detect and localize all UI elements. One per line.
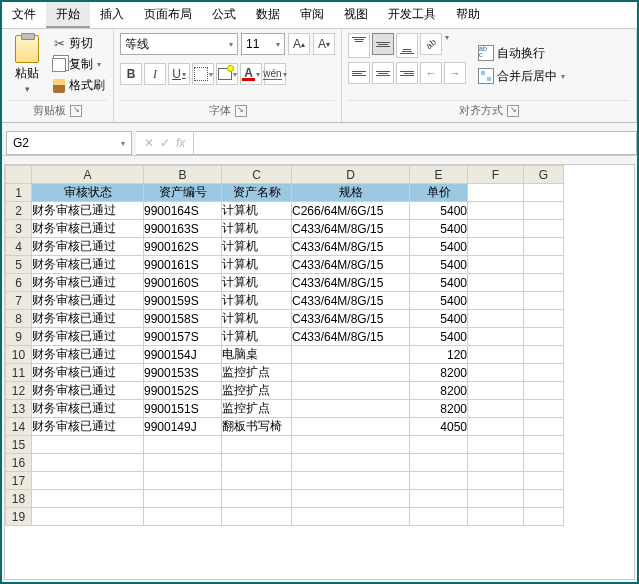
merge-center-button[interactable]: 合并后居中▾ bbox=[476, 67, 567, 86]
cell[interactable] bbox=[222, 508, 292, 526]
cell[interactable] bbox=[292, 436, 410, 454]
copy-button[interactable]: 复制 ▾ bbox=[50, 55, 107, 74]
cell[interactable] bbox=[410, 472, 468, 490]
cell[interactable] bbox=[468, 238, 524, 256]
row-header-4[interactable]: 4 bbox=[6, 238, 32, 256]
cell[interactable] bbox=[410, 436, 468, 454]
col-header-D[interactable]: D bbox=[292, 166, 410, 184]
row-header-9[interactable]: 9 bbox=[6, 328, 32, 346]
cell[interactable]: 5400 bbox=[410, 220, 468, 238]
align-middle-button[interactable] bbox=[372, 33, 394, 55]
cell[interactable] bbox=[222, 454, 292, 472]
tab-home[interactable]: 开始 bbox=[46, 2, 90, 28]
cell[interactable]: 9900153S bbox=[144, 364, 222, 382]
cell[interactable] bbox=[524, 256, 564, 274]
cell[interactable] bbox=[410, 508, 468, 526]
cell[interactable]: 计算机 bbox=[222, 310, 292, 328]
font-launcher[interactable]: ↘ bbox=[235, 105, 247, 117]
cell[interactable]: 财务审核已通过 bbox=[32, 364, 144, 382]
cell[interactable] bbox=[468, 292, 524, 310]
col-header-E[interactable]: E bbox=[410, 166, 468, 184]
cell[interactable]: 翻板书写椅 bbox=[222, 418, 292, 436]
cell[interactable]: 9900149J bbox=[144, 418, 222, 436]
row-header-1[interactable]: 1 bbox=[6, 184, 32, 202]
cell[interactable]: 财务审核已通过 bbox=[32, 292, 144, 310]
cell[interactable]: 9900163S bbox=[144, 220, 222, 238]
cell[interactable] bbox=[524, 202, 564, 220]
cell[interactable]: 120 bbox=[410, 346, 468, 364]
underline-button[interactable]: U▾ bbox=[168, 63, 190, 85]
tab-help[interactable]: 帮助 bbox=[446, 2, 490, 28]
cell[interactable] bbox=[144, 490, 222, 508]
cell[interactable] bbox=[292, 400, 410, 418]
cell[interactable] bbox=[524, 454, 564, 472]
row-header-3[interactable]: 3 bbox=[6, 220, 32, 238]
bold-button[interactable]: B bbox=[120, 63, 142, 85]
fx-icon[interactable]: fx bbox=[176, 136, 185, 150]
cell[interactable] bbox=[32, 508, 144, 526]
cell[interactable] bbox=[410, 490, 468, 508]
cell[interactable] bbox=[524, 364, 564, 382]
italic-button[interactable]: I bbox=[144, 63, 166, 85]
cell[interactable]: C433/64M/8G/15 bbox=[292, 238, 410, 256]
cell[interactable] bbox=[468, 508, 524, 526]
font-size-select[interactable]: 11▾ bbox=[241, 33, 285, 55]
cell[interactable]: 9900154J bbox=[144, 346, 222, 364]
row-header-19[interactable]: 19 bbox=[6, 508, 32, 526]
cell[interactable] bbox=[144, 454, 222, 472]
cell[interactable]: 9900152S bbox=[144, 382, 222, 400]
cell[interactable] bbox=[144, 436, 222, 454]
cell[interactable]: C433/64M/8G/15 bbox=[292, 310, 410, 328]
cell[interactable]: C266/64M/6G/15 bbox=[292, 202, 410, 220]
tab-dev[interactable]: 开发工具 bbox=[378, 2, 446, 28]
cell[interactable] bbox=[524, 310, 564, 328]
cell[interactable] bbox=[524, 292, 564, 310]
cell[interactable] bbox=[524, 436, 564, 454]
row-header-10[interactable]: 10 bbox=[6, 346, 32, 364]
cell[interactable] bbox=[524, 382, 564, 400]
cell[interactable] bbox=[468, 184, 524, 202]
cell[interactable]: C433/64M/8G/15 bbox=[292, 292, 410, 310]
cell[interactable]: C433/64M/8G/15 bbox=[292, 274, 410, 292]
cell[interactable]: 5400 bbox=[410, 202, 468, 220]
cell[interactable]: 财务审核已通过 bbox=[32, 202, 144, 220]
row-header-16[interactable]: 16 bbox=[6, 454, 32, 472]
paste-button[interactable]: 粘贴 ▾ bbox=[8, 33, 46, 96]
cell[interactable]: 财务审核已通过 bbox=[32, 400, 144, 418]
wrap-text-button[interactable]: abc自动换行 bbox=[476, 44, 567, 63]
cell[interactable] bbox=[222, 472, 292, 490]
tab-file[interactable]: 文件 bbox=[2, 2, 46, 28]
cell[interactable] bbox=[468, 256, 524, 274]
header-cell[interactable]: 单价 bbox=[410, 184, 468, 202]
col-header-B[interactable]: B bbox=[144, 166, 222, 184]
cell[interactable]: 计算机 bbox=[222, 256, 292, 274]
cell[interactable]: 财务审核已通过 bbox=[32, 418, 144, 436]
increase-indent-button[interactable]: → bbox=[444, 62, 466, 84]
formula-input[interactable] bbox=[194, 131, 637, 155]
align-left-button[interactable] bbox=[348, 62, 370, 84]
cell[interactable] bbox=[524, 184, 564, 202]
header-cell[interactable]: 资产名称 bbox=[222, 184, 292, 202]
cell[interactable] bbox=[468, 454, 524, 472]
align-right-button[interactable] bbox=[396, 62, 418, 84]
row-header-2[interactable]: 2 bbox=[6, 202, 32, 220]
row-header-18[interactable]: 18 bbox=[6, 490, 32, 508]
cell[interactable]: 5400 bbox=[410, 274, 468, 292]
cell[interactable] bbox=[32, 490, 144, 508]
tab-insert[interactable]: 插入 bbox=[90, 2, 134, 28]
tab-view[interactable]: 视图 bbox=[334, 2, 378, 28]
row-header-6[interactable]: 6 bbox=[6, 274, 32, 292]
cell[interactable] bbox=[468, 382, 524, 400]
cell[interactable]: C433/64M/8G/15 bbox=[292, 328, 410, 346]
row-header-14[interactable]: 14 bbox=[6, 418, 32, 436]
cell[interactable]: 财务审核已通过 bbox=[32, 346, 144, 364]
cell[interactable]: 9900159S bbox=[144, 292, 222, 310]
cell[interactable] bbox=[222, 490, 292, 508]
cell[interactable]: 财务审核已通过 bbox=[32, 220, 144, 238]
row-header-13[interactable]: 13 bbox=[6, 400, 32, 418]
fill-color-button[interactable]: ▾ bbox=[216, 63, 238, 85]
cell[interactable]: 9900160S bbox=[144, 274, 222, 292]
cell[interactable] bbox=[524, 472, 564, 490]
cell[interactable] bbox=[468, 490, 524, 508]
cell[interactable]: 9900164S bbox=[144, 202, 222, 220]
